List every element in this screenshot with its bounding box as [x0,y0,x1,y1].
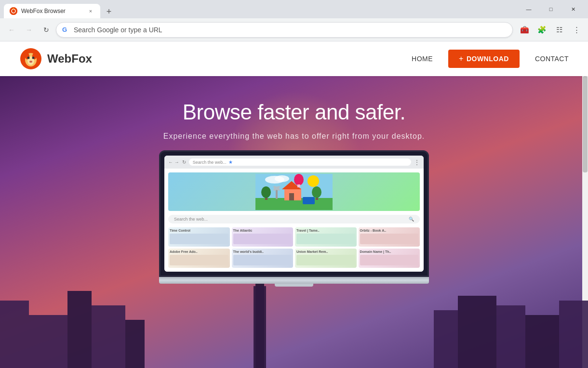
svg-point-2 [13,8,14,10]
puzzle-icon[interactable]: 🧩 [534,22,549,38]
download-button[interactable]: + DOWNLOAD [448,50,520,68]
svg-rect-18 [496,305,525,368]
laptop-thumb-8: Domain Name | Th.. [359,249,420,268]
svg-rect-30 [289,193,294,200]
svg-rect-16 [434,310,458,368]
tab-favicon [10,7,17,15]
laptop-back-icon: ← → [168,159,179,165]
chrome-window: WebFox Browser × + — □ ✕ ← → ↻ G 🧰 🧩 ☷ ⋮ [0,0,588,368]
svg-point-10 [29,61,32,63]
laptop-thumb-6: The world's buddi.. [232,249,294,268]
extensions-icon[interactable]: 🧰 [517,22,532,38]
laptop-browser: ← → ↻ Search the web... ★ ⋮ [164,156,424,272]
active-tab[interactable]: WebFox Browser × [4,4,100,18]
download-label: DOWNLOAD [467,55,509,63]
site-logo: WebFox [19,47,92,70]
scrollbar-thumb[interactable] [583,76,588,172]
back-button[interactable]: ← [4,22,19,38]
laptop-screen: ← → ↻ Search the web... ★ ⋮ [159,150,429,277]
laptop-thumbnails-row1: Time Control The Atlantic Travel | Tame.… [168,227,420,247]
new-tab-button[interactable]: + [102,5,116,18]
svg-rect-14 [92,305,125,368]
forward-button[interactable]: → [21,22,37,38]
maximize-button[interactable]: □ [540,1,562,17]
laptop-search-text: Search the web... [174,217,208,222]
hero-subtitle: Experience everything the web has to off… [163,132,425,141]
svg-rect-19 [525,315,559,368]
logo-text: WebFox [47,52,92,66]
nav-contact[interactable]: CONTACT [535,55,569,63]
site-nav: HOME + DOWNLOAD CONTACT [412,50,569,68]
laptop-address-text: Search the web... [193,160,227,165]
profile-icon[interactable]: ☷ [551,22,567,38]
svg-rect-11 [0,301,29,368]
svg-point-36 [294,174,304,185]
reload-button[interactable]: ↻ [39,22,54,38]
download-plus-icon: + [459,54,464,63]
site-header: WebFox HOME + DOWNLOAD CONTACT [0,41,588,76]
laptop-address-bar: Search the web... ★ [189,158,411,166]
hero-content: Browse faster and safer. Experience ever… [163,76,425,141]
svg-rect-13 [67,291,92,368]
hero-illustration [255,174,333,210]
laptop-thumb-5: Adobe Free Ado.. [168,249,230,268]
svg-rect-22 [254,286,266,368]
tab-close-button[interactable]: × [87,7,94,15]
laptop-menu-icon: ⋮ [414,159,420,166]
tab-bar: WebFox Browser × + [4,0,518,18]
menu-icon[interactable]: ⋮ [569,22,584,38]
minimize-button[interactable]: — [518,1,540,17]
laptop-thumb-3: Travel | Tame.. [295,227,357,247]
laptop-thumbnails-row2: Adobe Free Ado.. The world's buddi.. Uni… [168,249,420,268]
laptop-search-bar: Search the web... 🔍 [168,215,420,223]
svg-rect-35 [303,197,315,204]
svg-rect-15 [125,320,145,368]
svg-point-9 [32,57,35,59]
logo-icon [19,47,42,70]
laptop-star-icon: ★ [228,159,233,165]
laptop-thumb-7: Union Market Rem.. [295,249,357,268]
svg-rect-37 [297,184,300,187]
laptop-reload-icon: ↻ [182,159,186,165]
laptop-base [159,277,429,284]
laptop-search-icon: 🔍 [409,217,414,222]
svg-rect-20 [559,301,588,368]
webpage: WebFox HOME + DOWNLOAD CONTACT [0,41,588,368]
title-bar: WebFox Browser × + — □ ✕ [0,0,588,18]
laptop-stand [275,284,313,287]
laptop-container: ← → ↻ Search the web... ★ ⋮ [159,150,429,287]
close-button[interactable]: ✕ [562,1,584,17]
svg-point-34 [312,186,321,198]
laptop-thumb-4: Orbitz - Book A.. [359,227,420,247]
nav-icons-right: 🧰 🧩 ☷ ⋮ [517,22,584,38]
laptop-content: Search the web... 🔍 Time Control [164,169,424,272]
google-icon: G [62,26,70,34]
hero-title: Browse faster and safer. [163,100,425,124]
svg-rect-12 [29,315,67,368]
svg-point-26 [275,175,289,182]
nav-home[interactable]: HOME [412,55,433,63]
laptop-hero-image [168,172,420,211]
svg-rect-17 [458,296,496,368]
tab-title: WebFox Browser [21,8,83,14]
address-bar[interactable]: G [56,22,513,38]
address-input[interactable] [74,26,507,34]
laptop-thumb-1: Time Control [168,227,230,247]
svg-point-24 [307,175,319,187]
laptop-browser-bar: ← → ↻ Search the web... ★ ⋮ [164,156,424,169]
laptop-thumb-2: The Atlantic [232,227,294,247]
svg-point-32 [261,186,271,198]
svg-point-8 [27,57,30,59]
hero-section: Browse faster and safer. Experience ever… [0,76,588,368]
window-controls: — □ ✕ [518,1,584,17]
navigation-bar: ← → ↻ G 🧰 🧩 ☷ ⋮ [0,18,588,41]
